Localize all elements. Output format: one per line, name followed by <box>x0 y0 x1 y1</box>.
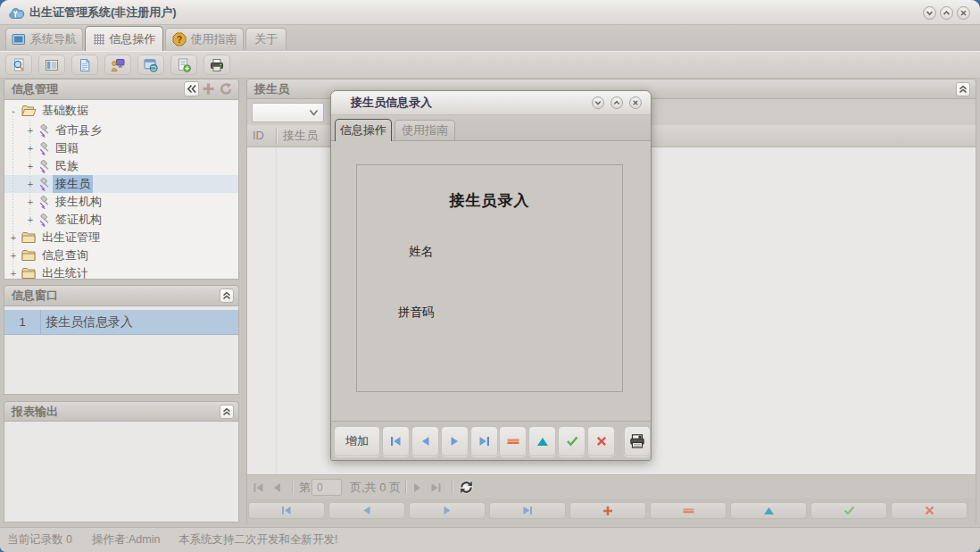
tab-system-navigation[interactable]: 系统导航 <box>5 28 83 50</box>
up-icon <box>763 506 775 515</box>
first-icon <box>253 482 264 493</box>
tree-node-province-city[interactable]: + 省市县乡 <box>4 121 238 139</box>
tree-node-label[interactable]: 信息查询 <box>39 247 91 264</box>
midwife-entry-dialog: 接生员信息录入 信息操作 使用指南 接生 <box>330 90 652 461</box>
record-last-button[interactable] <box>489 502 566 519</box>
dialog-minimize-button[interactable] <box>592 96 604 109</box>
pager-page-input[interactable] <box>311 479 342 496</box>
tree-expander-expand[interactable]: + <box>25 175 36 193</box>
tree-node-nationality[interactable]: + 国籍 <box>4 139 238 157</box>
tree-expander-expand[interactable]: + <box>25 157 36 175</box>
tree-node-midwife[interactable]: + 接生员 <box>4 175 238 193</box>
grid-column-midwife[interactable]: 接生员 <box>283 125 318 146</box>
refresh-window-button[interactable] <box>220 82 233 99</box>
window-restore-button[interactable] <box>940 6 953 20</box>
app-title: 出生证管理系统(非注册用户) <box>29 0 177 24</box>
midwife-combobox[interactable] <box>252 103 324 122</box>
print-button[interactable] <box>203 54 230 75</box>
dialog-tab-user-guide[interactable]: 使用指南 <box>394 120 455 140</box>
detail-list-button[interactable] <box>38 54 65 75</box>
tree-node-birth-statistics[interactable]: + 出生统计 <box>4 264 238 279</box>
last-icon <box>430 482 442 493</box>
tab-user-guide[interactable]: ? 使用指南 <box>165 28 244 50</box>
tree-node-certificate-manage[interactable]: + 出生证管理 <box>4 229 238 247</box>
dialog-first-button[interactable] <box>382 426 410 456</box>
record-add-button[interactable] <box>569 502 646 519</box>
add-window-button[interactable] <box>202 82 215 99</box>
window-minimize-button[interactable] <box>923 6 936 20</box>
window-preview-button[interactable] <box>137 54 164 75</box>
tree-node-visa-agency[interactable]: + 签证机构 <box>4 211 238 229</box>
dialog-ok-button[interactable] <box>558 426 586 456</box>
tree-expander-expand[interactable]: + <box>25 211 36 229</box>
dialog-title-bar[interactable]: 接生员信息录入 <box>331 91 651 115</box>
title-bar: 出生证管理系统(非注册用户) <box>0 0 980 25</box>
tab-about[interactable]: 关于 <box>245 28 287 50</box>
dialog-close-button[interactable] <box>629 96 642 109</box>
form-title: 接生员录入 <box>357 190 622 211</box>
collapse-left-button[interactable] <box>184 81 199 96</box>
tree-node-label[interactable]: 出生统计 <box>39 264 91 279</box>
tree-expander-expand[interactable]: + <box>25 193 36 211</box>
tree-expander-expand[interactable]: + <box>8 229 19 247</box>
dialog-remove-button[interactable] <box>499 426 527 456</box>
tree-node-basic-data[interactable]: - 基础数据 <box>4 102 238 120</box>
info-window-panel-header: 信息窗口 <box>4 285 239 306</box>
record-cancel-button[interactable] <box>891 502 968 519</box>
dialog-tab-info-operation[interactable]: 信息操作 <box>335 119 392 141</box>
list-item-label[interactable]: 接生员信息录入 <box>46 310 133 334</box>
record-next-button[interactable] <box>409 502 486 519</box>
dialog-restore-button[interactable] <box>610 96 623 109</box>
tree-expander-expand[interactable]: + <box>8 264 19 279</box>
dialog-prev-button[interactable] <box>411 426 439 456</box>
tree-node-label[interactable]: 民族 <box>53 157 81 175</box>
tree-expander-expand[interactable]: + <box>25 139 36 157</box>
tree-expander-expand[interactable]: + <box>25 121 36 139</box>
document-button[interactable] <box>71 54 98 75</box>
record-ok-button[interactable] <box>810 502 887 519</box>
tree-node-label[interactable]: 国籍 <box>53 139 81 157</box>
tree-node-ethnicity[interactable]: + 民族 <box>4 157 238 175</box>
pager-next-button[interactable] <box>412 475 422 499</box>
record-up-button[interactable] <box>730 502 807 519</box>
pager-refresh-button[interactable] <box>459 475 474 499</box>
tree-expander-expand[interactable]: + <box>8 247 19 264</box>
tab-info-operation[interactable]: 信息操作 <box>85 26 163 51</box>
tree-node-delivery-agency[interactable]: + 接生机构 <box>4 193 238 211</box>
preview-search-button[interactable] <box>5 54 32 75</box>
user-report-button[interactable] <box>104 54 131 75</box>
folder-icon <box>21 249 37 264</box>
dialog-up-button[interactable] <box>528 426 556 456</box>
collapse-main-panel-button[interactable] <box>956 82 970 96</box>
record-remove-button[interactable] <box>650 502 727 519</box>
dialog-cancel-button[interactable] <box>587 426 615 456</box>
window-close-button[interactable] <box>957 6 970 20</box>
pager-first-button[interactable] <box>253 475 264 499</box>
collapse-report-output-button[interactable] <box>220 405 234 419</box>
document-export-button[interactable] <box>170 54 197 75</box>
record-actions-bar <box>247 498 976 523</box>
pager-last-button[interactable] <box>430 475 442 499</box>
tree-node-label[interactable]: 签证机构 <box>53 211 104 229</box>
tree-node-label[interactable]: 接生机构 <box>53 193 104 211</box>
dialog-last-button[interactable] <box>470 426 498 456</box>
tree-node-label[interactable]: 省市县乡 <box>53 121 104 139</box>
window-preview-icon <box>144 58 158 72</box>
tree-expander-collapse[interactable]: - <box>8 102 19 120</box>
collapse-info-window-button[interactable] <box>220 289 234 303</box>
pager-prev-button[interactable] <box>272 475 282 499</box>
dialog-add-button[interactable]: 增加 <box>334 426 380 456</box>
remove-icon <box>683 508 694 514</box>
tree-node-label[interactable]: 基础数据 <box>39 102 91 120</box>
tree-node-label[interactable]: 出生证管理 <box>39 229 103 247</box>
dialog-add-button-label: 增加 <box>345 433 369 449</box>
record-first-button[interactable] <box>248 502 325 519</box>
dialog-print-button[interactable] <box>624 426 651 456</box>
record-prev-button[interactable] <box>328 502 405 519</box>
dialog-next-button[interactable] <box>441 426 469 456</box>
tree-node-label[interactable]: 接生员 <box>53 175 93 193</box>
grid-column-id[interactable]: ID <box>253 125 264 146</box>
last-icon <box>522 506 533 515</box>
info-window-list-item[interactable]: 1 接生员信息录入 <box>4 310 238 335</box>
tree-node-info-query[interactable]: + 信息查询 <box>4 247 238 264</box>
